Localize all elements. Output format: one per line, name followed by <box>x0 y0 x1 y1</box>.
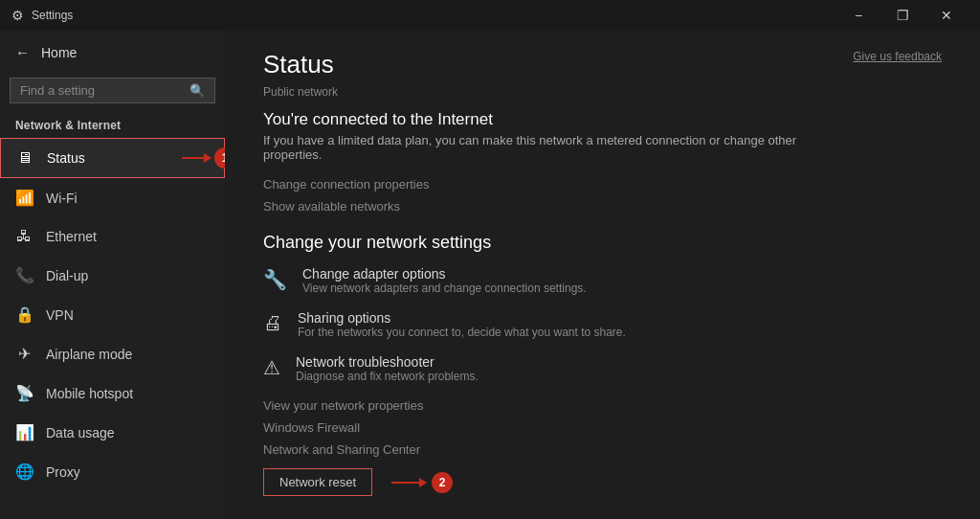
sidebar-item-label-ethernet: Ethernet <box>46 229 97 244</box>
title-bar-title: Settings <box>32 9 73 22</box>
status-icon: 🖥 <box>16 149 33 167</box>
adapter-desc: View network adapters and change connect… <box>302 282 587 295</box>
troubleshooter-desc: Diagnose and fix network problems. <box>296 370 479 383</box>
arrow-head-2 <box>419 478 427 487</box>
settings-icon: ⚙ <box>11 8 24 23</box>
app-body: ← Home 🔍 Network & Internet 🖥 Status 1 📶… <box>0 31 980 519</box>
dialup-icon: 📞 <box>15 266 33 284</box>
wifi-icon: 📶 <box>15 189 33 207</box>
network-properties-link[interactable]: View your network properties <box>263 398 942 413</box>
sharing-center-link[interactable]: Network and Sharing Center <box>263 442 942 457</box>
sidebar-item-status[interactable]: 🖥 Status 1 <box>0 138 225 178</box>
sidebar-item-vpn[interactable]: 🔒 VPN <box>0 295 225 334</box>
windows-firewall-link[interactable]: Windows Firewall <box>263 420 942 435</box>
arrow-line-2 <box>391 482 426 484</box>
sidebar-item-label-wifi: Wi-Fi <box>46 191 78 206</box>
sidebar-item-label-datausage: Data usage <box>46 425 115 440</box>
main-content: Status Give us feedback Public network Y… <box>225 31 980 519</box>
status-header-row: Status Give us feedback <box>263 50 942 85</box>
adapter-title[interactable]: Change adapter options <box>302 266 587 282</box>
title-bar-controls: − ❐ ✕ <box>836 0 969 31</box>
sidebar-item-label-dialup: Dial-up <box>46 268 88 283</box>
sidebar-item-label-airplane: Airplane mode <box>46 347 132 362</box>
close-button[interactable]: ✕ <box>924 0 969 31</box>
sharing-icon: 🖨 <box>263 312 282 334</box>
sidebar-section-title: Network & Internet <box>0 111 225 138</box>
network-reset-row: Network reset 2 <box>263 468 942 496</box>
sidebar-item-label-proxy: Proxy <box>46 464 80 480</box>
change-connection-link[interactable]: Change connection properties <box>263 177 942 192</box>
sidebar-item-airplane[interactable]: ✈ Airplane mode <box>0 334 225 373</box>
vpn-icon: 🔒 <box>15 305 33 324</box>
datausage-icon: 📊 <box>15 423 33 441</box>
sidebar-home-button[interactable]: ← Home <box>0 31 225 74</box>
sidebar-item-label-hotspot: Mobile hotspot <box>46 386 133 401</box>
troubleshooter-title[interactable]: Network troubleshooter <box>296 354 479 370</box>
adapter-text: Change adapter options View network adap… <box>302 266 587 295</box>
sidebar-item-wifi[interactable]: 📶 Wi-Fi <box>0 178 225 217</box>
sharing-option[interactable]: 🖨 Sharing options For the networks you c… <box>263 310 942 339</box>
restore-button[interactable]: ❐ <box>880 0 924 31</box>
hotspot-icon: 📡 <box>15 384 33 402</box>
search-input[interactable] <box>20 83 182 98</box>
give-feedback-link[interactable]: Give us feedback <box>853 50 942 63</box>
show-networks-link[interactable]: Show available networks <box>263 199 942 214</box>
bottom-links: View your network properties Windows Fir… <box>263 398 942 457</box>
sidebar-item-ethernet[interactable]: 🖧 Ethernet <box>0 217 225 256</box>
sidebar-item-hotspot[interactable]: 📡 Mobile hotspot <box>0 373 225 413</box>
troubleshooter-option[interactable]: ⚠ Network troubleshooter Diagnose and fi… <box>263 354 942 383</box>
connected-title: You're connected to the Internet <box>263 110 942 129</box>
annotation-badge-2: 2 <box>432 472 453 493</box>
change-settings-title: Change your network settings <box>263 233 942 253</box>
annotation-badge-1: 1 <box>214 147 225 169</box>
adapter-icon: 🔧 <box>263 268 287 291</box>
search-icon: 🔍 <box>189 83 205 98</box>
search-box[interactable]: 🔍 <box>10 78 215 103</box>
proxy-icon: 🌐 <box>15 463 33 481</box>
sharing-desc: For the networks you connect to, decide … <box>298 326 626 339</box>
sidebar-item-dialup[interactable]: 📞 Dial-up <box>0 256 225 295</box>
ethernet-icon: 🖧 <box>15 228 33 245</box>
sharing-title[interactable]: Sharing options <box>298 310 626 326</box>
connected-description: If you have a limited data plan, you can… <box>263 133 818 162</box>
troubleshooter-text: Network troubleshooter Diagnose and fix … <box>296 354 479 383</box>
title-bar-left: ⚙ Settings <box>11 8 73 23</box>
troubleshooter-icon: ⚠ <box>263 356 280 379</box>
sidebar-item-proxy[interactable]: 🌐 Proxy <box>0 452 225 491</box>
annotation-2-indicator: 2 <box>391 472 453 493</box>
home-label: Home <box>41 45 77 60</box>
airplane-icon: ✈ <box>15 345 33 363</box>
sharing-text: Sharing options For the networks you con… <box>298 310 626 339</box>
sidebar-item-datausage[interactable]: 📊 Data usage <box>0 413 225 452</box>
network-type-label: Public network <box>263 85 942 99</box>
back-icon: ← <box>15 44 30 60</box>
sidebar-item-label-vpn: VPN <box>46 307 74 323</box>
title-bar: ⚙ Settings − ❐ ✕ <box>0 0 980 31</box>
sidebar: ← Home 🔍 Network & Internet 🖥 Status 1 📶… <box>0 31 225 519</box>
network-reset-button[interactable]: Network reset <box>263 468 372 496</box>
adapter-option[interactable]: 🔧 Change adapter options View network ad… <box>263 266 942 295</box>
page-title: Status <box>263 50 334 79</box>
minimize-button[interactable]: − <box>836 0 880 31</box>
sidebar-item-label-status: Status <box>47 150 85 166</box>
